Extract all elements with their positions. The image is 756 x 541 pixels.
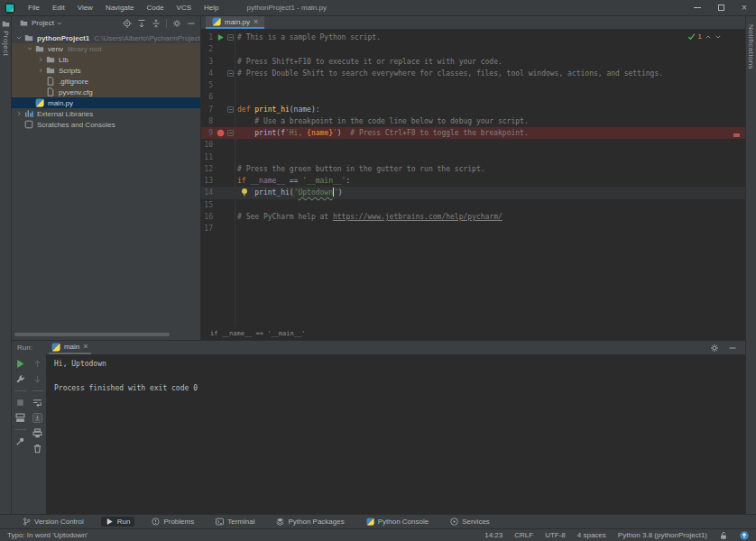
- menu-help[interactable]: Help: [199, 2, 223, 14]
- inspection-widget[interactable]: 1: [687, 32, 722, 41]
- breadcrumb[interactable]: if __name__ == '__main__': [210, 330, 305, 337]
- hide-icon[interactable]: [728, 344, 737, 353]
- tab-main-py[interactable]: main.py ×: [206, 16, 264, 29]
- wrench-icon[interactable]: [15, 374, 25, 384]
- editor[interactable]: 1−# This is a sample Python script.23# P…: [200, 30, 745, 326]
- down-icon[interactable]: [32, 374, 42, 384]
- pin-icon[interactable]: [15, 436, 25, 446]
- hide-icon[interactable]: [187, 19, 196, 28]
- fold-marker-icon[interactable]: −: [227, 70, 234, 77]
- code-line-4[interactable]: 4−# Press Double Shift to search everywh…: [201, 68, 745, 79]
- settings-icon[interactable]: [172, 19, 181, 28]
- project-stripe-icon[interactable]: [2, 20, 10, 28]
- trash-icon[interactable]: [32, 444, 42, 454]
- close-window-button[interactable]: ×: [733, 0, 756, 16]
- tree-item-pyvenv-cfg[interactable]: pyvenv.cfg: [12, 87, 200, 97]
- code-line-15[interactable]: 15: [201, 199, 745, 211]
- minimize-window-button[interactable]: [686, 0, 709, 16]
- fold-marker-icon[interactable]: −: [227, 34, 234, 41]
- notifications-stripe-label[interactable]: Notifications: [747, 24, 755, 69]
- error-stripe-breakpoint-mark[interactable]: [733, 133, 740, 137]
- code-area[interactable]: 1−# This is a sample Python script.23# P…: [201, 30, 745, 326]
- code-line-10[interactable]: 10: [201, 139, 745, 151]
- menu-vcs[interactable]: VCS: [172, 2, 196, 14]
- code-line-17[interactable]: 17: [201, 223, 745, 234]
- chev-down-icon[interactable]: [26, 45, 33, 52]
- close-tab-icon[interactable]: ×: [254, 18, 258, 26]
- toolwindow-button-problems[interactable]: Problems: [147, 517, 198, 527]
- status-item-4-spaces[interactable]: 4 spaces: [577, 531, 606, 539]
- code-line-16[interactable]: 16# See PyCharm help at https://www.jetb…: [201, 211, 745, 223]
- code-line-1[interactable]: 1−# This is a sample Python script.: [201, 32, 745, 43]
- softwrap-icon[interactable]: [32, 398, 42, 408]
- chev-down-icon[interactable]: [15, 34, 23, 41]
- breadcrumbs[interactable]: if __name__ == '__main__': [200, 326, 745, 340]
- toolwindow-button-services[interactable]: Services: [446, 517, 494, 527]
- code-line-8[interactable]: 8 # Use a breakpoint in the code line be…: [201, 115, 745, 127]
- up-icon[interactable]: [32, 359, 42, 369]
- stop-icon[interactable]: [15, 398, 25, 408]
- close-run-tab-icon[interactable]: ×: [83, 343, 88, 351]
- code-line-12[interactable]: 12# Press the green button in the gutter…: [201, 163, 745, 175]
- code-line-11[interactable]: 11: [201, 151, 745, 163]
- print-icon[interactable]: [32, 428, 42, 438]
- target-icon[interactable]: [123, 19, 132, 28]
- breakpoint-icon[interactable]: [217, 129, 225, 137]
- runplay-icon[interactable]: [15, 359, 25, 369]
- project-view-selector[interactable]: Project: [32, 19, 54, 27]
- lock-icon[interactable]: [719, 531, 728, 540]
- status-item-crlf[interactable]: CRLF: [514, 531, 533, 539]
- tree-item-gitignore[interactable]: .gitignore: [12, 76, 200, 87]
- code-line-9[interactable]: 9− print(f'Hi, {name}') # Press Ctrl+F8 …: [201, 127, 745, 139]
- run-console[interactable]: Hi, Uptodown Process finished with exit …: [46, 354, 745, 514]
- menu-navigate[interactable]: Navigate: [101, 2, 139, 14]
- project-stripe-label[interactable]: Project: [2, 31, 10, 56]
- code-text: def print_hi(name):: [237, 104, 320, 115]
- menu-view[interactable]: View: [73, 2, 97, 14]
- tree-item-main-py[interactable]: main.py: [12, 97, 200, 108]
- code-line-7[interactable]: 7−def print_hi(name):: [201, 104, 745, 115]
- expand-all-icon[interactable]: [137, 19, 146, 28]
- menu-code[interactable]: Code: [142, 2, 168, 14]
- fold-marker-icon[interactable]: −: [227, 106, 234, 113]
- toolwindow-button-python-packages[interactable]: Python Packages: [272, 517, 348, 527]
- project-horizontal-scrollbar[interactable]: [14, 333, 170, 336]
- chevron-down-icon[interactable]: [56, 20, 63, 27]
- code-line-13[interactable]: 13if __name__ == '__main__':: [201, 175, 745, 187]
- menu-edit[interactable]: Edit: [48, 2, 69, 14]
- chev-right-icon[interactable]: [37, 56, 44, 63]
- code-line-3[interactable]: 3# Press Shift+F10 to execute it or repl…: [201, 56, 745, 68]
- status-item-python-3-8-pythonproject1[interactable]: Python 3.8 (pythonProject1): [618, 531, 707, 539]
- tree-item-scratches-and-consoles[interactable]: Scratches and Consoles: [12, 119, 200, 130]
- fold-marker-icon[interactable]: −: [227, 130, 234, 136]
- toolwindow-button-terminal[interactable]: Terminal: [211, 517, 259, 527]
- status-item-utf-8[interactable]: UTF-8: [545, 531, 566, 539]
- layout-icon[interactable]: [15, 413, 25, 423]
- toolwindow-button-version-control[interactable]: Version Control: [18, 517, 88, 527]
- tree-item-scripts[interactable]: Scripts: [12, 65, 200, 76]
- run-tab-main[interactable]: main ×: [49, 341, 91, 354]
- menu-file[interactable]: File: [23, 2, 44, 14]
- prev-problem-icon[interactable]: [705, 33, 712, 41]
- next-problem-icon[interactable]: [715, 33, 722, 41]
- chev-right-icon[interactable]: [37, 67, 44, 74]
- status-message[interactable]: Typo: In word 'Uptodown': [7, 531, 88, 539]
- runplay-icon[interactable]: [217, 33, 225, 41]
- code-line-2[interactable]: 2: [201, 43, 745, 55]
- tree-item-external-libraries[interactable]: External Libraries: [12, 108, 200, 119]
- status-item-14-23[interactable]: 14:23: [484, 531, 502, 539]
- maximize-window-button[interactable]: [709, 0, 733, 16]
- tree-item-venv[interactable]: venvlibrary root: [12, 43, 200, 54]
- toolwindow-button-run[interactable]: Run: [101, 517, 135, 527]
- scrollend-icon[interactable]: [32, 413, 42, 423]
- update-icon[interactable]: [740, 531, 749, 540]
- code-line-6[interactable]: 6: [201, 91, 745, 103]
- tree-item-lib[interactable]: Lib: [12, 54, 200, 65]
- settings-icon[interactable]: [710, 344, 719, 353]
- toolwindow-button-python-console[interactable]: Python Console: [362, 517, 433, 527]
- code-line-14[interactable]: 14 print_hi('Uptodown'): [201, 187, 745, 198]
- tree-item-pythonproject1[interactable]: pythonProject1C:\Users\Alberto\PycharmPr…: [12, 32, 200, 43]
- collapse-all-icon[interactable]: [152, 19, 161, 28]
- chev-right-icon[interactable]: [15, 110, 23, 117]
- code-line-5[interactable]: 5: [201, 79, 745, 91]
